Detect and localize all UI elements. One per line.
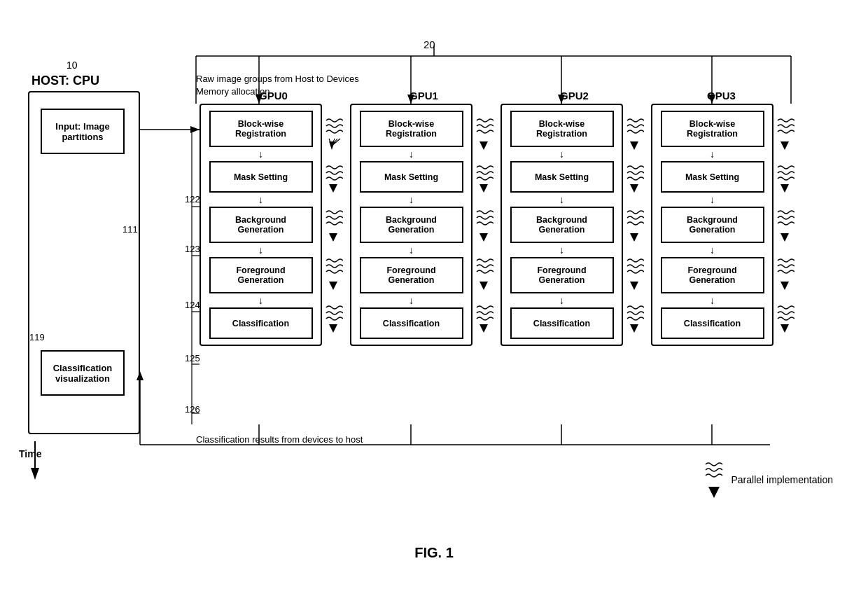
fig-label: FIG. 1 xyxy=(414,545,454,561)
gpu3-step-3: Background Generation xyxy=(661,207,764,243)
parallel-label: Parallel implementation xyxy=(731,474,833,485)
classif-result-label: Classification results from devices to h… xyxy=(196,434,363,445)
svg-marker-13 xyxy=(630,282,638,290)
svg-marker-5 xyxy=(479,141,488,150)
gpu3-label: GPU3 xyxy=(707,90,736,102)
gpu3-wavy xyxy=(775,104,794,346)
gpu2-steps: Block-wise Registration ↓ Mask Setting ↓… xyxy=(500,104,623,346)
svg-marker-16 xyxy=(780,184,789,193)
gpu2-wrapper: Block-wise Registration ↓ Mask Setting ↓… xyxy=(500,104,644,346)
svg-marker-1 xyxy=(329,184,337,193)
svg-marker-3 xyxy=(329,282,337,290)
svg-marker-10 xyxy=(630,141,638,150)
gpu2-step-3: Background Generation xyxy=(510,207,614,243)
gpu3-steps: Block-wise Registration ↓ Mask Setting ↓… xyxy=(651,104,774,346)
svg-marker-17 xyxy=(780,233,789,242)
parallel-legend: Parallel implementation xyxy=(703,459,833,501)
svg-marker-11 xyxy=(630,184,638,193)
gpu3-wrapper: Block-wise Registration ↓ Mask Setting ↓… xyxy=(651,104,794,346)
gpu3-step-2: Mask Setting xyxy=(661,161,764,193)
host-cpu-label: HOST: CPU xyxy=(31,74,99,88)
gpu0-step-5: Classification xyxy=(209,307,313,339)
gpu2-step-5: Classification xyxy=(510,307,614,339)
input-box: Input: Image partitions xyxy=(41,109,125,154)
svg-marker-6 xyxy=(479,184,488,193)
gpu0-step-4: Foreground Generation xyxy=(209,257,313,293)
gpu2-step-4: Foreground Generation xyxy=(510,257,614,293)
gpu0-step-3: Background Generation xyxy=(209,207,313,243)
gpu1-step-4: Foreground Generation xyxy=(360,257,463,293)
svg-marker-2 xyxy=(329,233,337,242)
gpu0-wavy xyxy=(323,104,343,346)
classvis-box: Classification visualization xyxy=(41,350,125,396)
gpu1-step-3: Background Generation xyxy=(360,207,463,243)
gpu2-label: GPU2 xyxy=(560,90,589,102)
gpu1-step-2: Mask Setting xyxy=(360,161,463,193)
svg-marker-20 xyxy=(708,487,720,498)
svg-marker-18 xyxy=(780,282,789,290)
svg-marker-0 xyxy=(329,141,335,150)
gpu2-step-1: Block-wise Registration xyxy=(510,111,614,147)
gpu3-step-4: Foreground Generation xyxy=(661,257,764,293)
gpu1-label: GPU1 xyxy=(410,90,438,102)
time-label: Time xyxy=(19,448,41,459)
svg-marker-34 xyxy=(190,126,200,133)
gpu0-wrapper: Block-wise Registration ↓ Mask Setting ↓… xyxy=(200,104,343,346)
gpu2-wavy xyxy=(624,104,644,346)
gpu1-step-5: Classification xyxy=(360,307,463,339)
raw-image-label: Raw image groups from Host to Devices xyxy=(196,74,359,84)
ref-124: 124 xyxy=(185,300,200,310)
gpu1-wavy xyxy=(474,104,493,346)
ref-126: 126 xyxy=(185,404,200,415)
gpu1-wrapper: Block-wise Registration ↓ Mask Setting ↓… xyxy=(350,104,493,346)
ref-122: 122 xyxy=(185,194,200,205)
diagram-container: 20 10 HOST: CPU Input: Image partitions … xyxy=(0,0,868,589)
svg-marker-19 xyxy=(780,324,789,333)
ref-111: 111 xyxy=(122,224,138,235)
gpu3-step-1: Block-wise Registration xyxy=(661,111,764,147)
svg-marker-37 xyxy=(31,468,39,480)
ref-123: 123 xyxy=(185,244,200,254)
ref-119: 119 xyxy=(29,332,45,342)
ref-125: 125 xyxy=(185,353,200,363)
svg-marker-15 xyxy=(780,141,789,150)
svg-marker-14 xyxy=(630,324,638,333)
svg-marker-12 xyxy=(630,233,638,242)
gpu1-step-1: Block-wise Registration xyxy=(360,111,463,147)
svg-marker-8 xyxy=(479,282,488,290)
gpu0-steps: Block-wise Registration ↓ Mask Setting ↓… xyxy=(200,104,322,346)
gpu0-step-1: Block-wise Registration xyxy=(209,111,313,147)
svg-marker-9 xyxy=(479,324,488,333)
gpu0-label: GPU0 xyxy=(259,90,288,102)
svg-marker-4 xyxy=(329,324,337,333)
gpu2-step-2: Mask Setting xyxy=(510,161,614,193)
svg-marker-7 xyxy=(479,233,488,242)
ref-10: 10 xyxy=(66,60,78,71)
ref-20: 20 xyxy=(424,39,435,50)
gpu3-step-5: Classification xyxy=(661,307,764,339)
gpu0-step-2: Mask Setting xyxy=(209,161,313,193)
gpu1-steps: Block-wise Registration ↓ Mask Setting ↓… xyxy=(350,104,472,346)
